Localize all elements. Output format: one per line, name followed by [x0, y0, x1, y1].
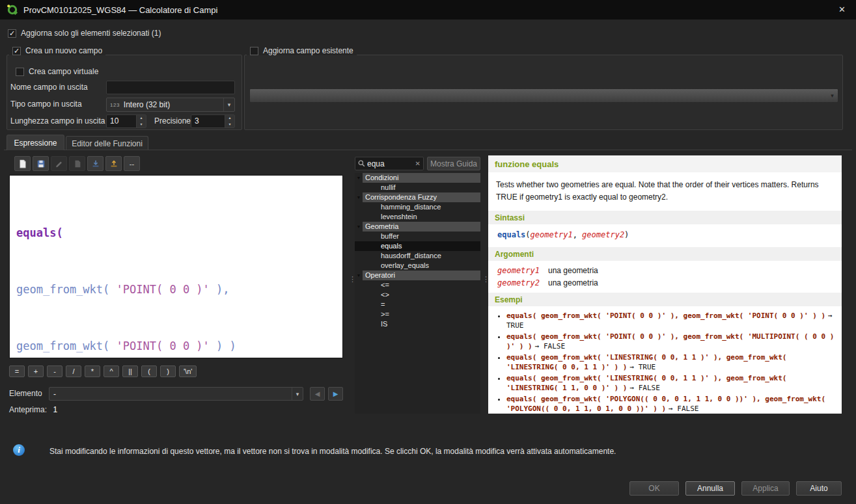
- splitter-handle-left[interactable]: ⋮: [349, 277, 356, 281]
- tree-item-lte[interactable]: <=: [355, 280, 480, 290]
- tree-item-overlay-equals[interactable]: overlay_equals: [355, 261, 480, 271]
- code-line: geom_from_wkt( 'POINT( 0 0 )' ) ): [16, 337, 336, 356]
- tree-item-hausdorff-distance[interactable]: hausdorff_distance: [355, 251, 480, 261]
- output-type-value: Intero (32 bit): [120, 100, 223, 109]
- operator-open-paren-button[interactable]: (: [141, 365, 157, 377]
- next-arrow-icon: ▶: [333, 390, 338, 397]
- comment-button[interactable]: --: [124, 156, 140, 171]
- operator-buttons: = + - / * ^ || ( ) '\n': [9, 365, 197, 377]
- argument-description: una geometria: [548, 266, 598, 275]
- checkbox-box: [16, 68, 24, 76]
- virtual-field-checkbox[interactable]: Crea campo virtuale: [16, 67, 98, 76]
- update-selected-checkbox[interactable]: ✓ Aggiorna solo gli elementi selezionati…: [8, 29, 161, 38]
- import-expression-button[interactable]: [87, 156, 104, 171]
- element-combo[interactable]: - ▾: [49, 387, 303, 401]
- operator-close-paren-button[interactable]: ): [160, 365, 176, 377]
- output-name-input[interactable]: [106, 81, 235, 94]
- tree-group-corrispondenza-fuzzy[interactable]: ▼ Corrispondenza Fuzzy: [355, 192, 480, 202]
- update-existing-checkbox[interactable]: Aggiorna campo esistente: [247, 46, 357, 55]
- tree-group-label: Condizioni: [363, 173, 480, 183]
- expression-toolbar: --: [14, 156, 140, 171]
- spin-down-icon[interactable]: ▾: [137, 122, 146, 128]
- tab-function-editor[interactable]: Editor delle Funzioni: [66, 136, 148, 150]
- argument-row: geometry2 una geometria: [497, 278, 833, 287]
- operator-power-button[interactable]: ^: [104, 365, 119, 377]
- output-type-label: Tipo campo in uscita: [10, 98, 82, 111]
- next-feature-button[interactable]: ▶: [328, 387, 343, 401]
- chevron-down-icon: ▾: [223, 98, 234, 111]
- operator-minus-button[interactable]: -: [47, 365, 62, 377]
- tab-function-editor-label: Editor delle Funzioni: [72, 139, 143, 148]
- example-item: equals( geom_from_wkt( 'LINESTRING( 0 0,…: [506, 353, 835, 372]
- manage-expression-button[interactable]: [69, 156, 85, 171]
- expression-editor[interactable]: equals( geom_from_wkt( 'POINT( 0 0 )' ),…: [9, 175, 343, 358]
- tree-expanded-icon: ▼: [355, 176, 363, 180]
- spin-up-icon[interactable]: ▴: [137, 115, 146, 122]
- tree-item-neq[interactable]: <>: [355, 290, 480, 300]
- update-selected-label: Aggiorna solo gli elementi selezionati (…: [21, 29, 161, 38]
- tree-item-nullif[interactable]: nullif: [355, 183, 480, 192]
- cancel-button[interactable]: Annulla: [685, 481, 735, 496]
- function-search-input[interactable]: [367, 159, 413, 168]
- tree-group-geometria[interactable]: ▼ Geometria: [355, 222, 480, 232]
- edit-expression-button[interactable]: [51, 156, 67, 171]
- export-expression-button[interactable]: [105, 156, 122, 171]
- precision-spinner[interactable]: 3 ▴ ▾: [191, 114, 235, 128]
- checkbox-box: [250, 47, 258, 55]
- argument-name: geometry2: [497, 278, 548, 287]
- checkbox-box: ✓: [12, 47, 21, 55]
- edit-mode-warning: Stai modificando le informazioni di ques…: [49, 447, 616, 456]
- example-item: equals( geom_from_wkt( 'POLYGON(( 0 0, 0…: [506, 395, 835, 414]
- operator-concat-button[interactable]: ||: [122, 365, 138, 377]
- file-icon: [73, 159, 82, 168]
- create-new-field-checkbox[interactable]: ✓ Crea un nuovo campo: [9, 46, 105, 55]
- clear-search-icon[interactable]: ✕: [415, 160, 421, 167]
- preview-value: 1: [53, 405, 57, 414]
- help-button[interactable]: Aiuto: [796, 481, 842, 496]
- tab-expression[interactable]: Espressione: [7, 135, 64, 150]
- function-help-panel: funzione equals Tests whether two geomet…: [488, 155, 842, 414]
- apply-button[interactable]: Applica: [741, 481, 790, 496]
- operator-multiply-button[interactable]: *: [85, 365, 100, 377]
- element-label: Elemento: [9, 387, 42, 401]
- operator-newline-button[interactable]: '\n': [179, 365, 197, 377]
- precision-label: Precisione: [154, 114, 191, 128]
- chevron-down-icon: ▾: [292, 388, 303, 400]
- tree-group-condizioni[interactable]: ▼ Condizioni: [355, 173, 480, 183]
- operator-equals-button[interactable]: =: [9, 365, 25, 377]
- tree-group-label: Operatori: [363, 271, 480, 280]
- operator-plus-button[interactable]: +: [28, 365, 44, 377]
- tree-group-operatori[interactable]: ▼ Operatori: [355, 271, 480, 280]
- syntax-line: equals(geometry1, geometry2): [488, 224, 842, 242]
- code-line: geom_from_wkt( 'POINT( 0 0 )' ),: [16, 280, 336, 299]
- integer-field-icon: 123: [107, 102, 120, 108]
- preview-label: Anteprima:: [9, 405, 47, 414]
- dialog-buttons: OK Annulla Applica Aiuto: [629, 481, 842, 496]
- show-help-button[interactable]: Mostra Guida: [427, 157, 480, 170]
- import-down-arrow-icon: [91, 159, 100, 168]
- prev-arrow-icon: ◀: [315, 390, 320, 397]
- tree-item-gte[interactable]: >=: [355, 310, 480, 319]
- ok-button[interactable]: OK: [629, 481, 679, 496]
- tree-item-levenshtein[interactable]: levenshtein: [355, 212, 480, 222]
- output-length-spinner[interactable]: 10 ▴ ▾: [106, 114, 146, 128]
- tree-group-label: Corrispondenza Fuzzy: [363, 192, 480, 202]
- operator-divide-button[interactable]: /: [66, 365, 81, 377]
- element-value: -: [49, 390, 292, 399]
- save-expression-button[interactable]: [33, 156, 49, 171]
- spin-up-icon[interactable]: ▴: [225, 115, 234, 122]
- tree-item-is[interactable]: IS: [355, 319, 480, 329]
- tree-item-eq[interactable]: =: [355, 300, 480, 310]
- tree-item-hamming-distance[interactable]: hamming_distance: [355, 202, 480, 212]
- output-length-label: Lunghezza campo in uscita: [10, 114, 105, 128]
- tree-item-buffer[interactable]: buffer: [355, 232, 480, 241]
- spin-down-icon[interactable]: ▾: [225, 122, 234, 128]
- output-type-combo[interactable]: 123 Intero (32 bit) ▾: [106, 98, 235, 112]
- pencil-icon: [55, 159, 64, 168]
- new-expression-button[interactable]: [14, 156, 31, 171]
- tree-item-equals[interactable]: equals: [355, 241, 480, 251]
- help-title: funzione equals: [488, 155, 842, 172]
- argument-name: geometry1: [497, 266, 548, 275]
- close-button[interactable]: ✕: [838, 5, 846, 14]
- previous-feature-button[interactable]: ◀: [310, 387, 325, 401]
